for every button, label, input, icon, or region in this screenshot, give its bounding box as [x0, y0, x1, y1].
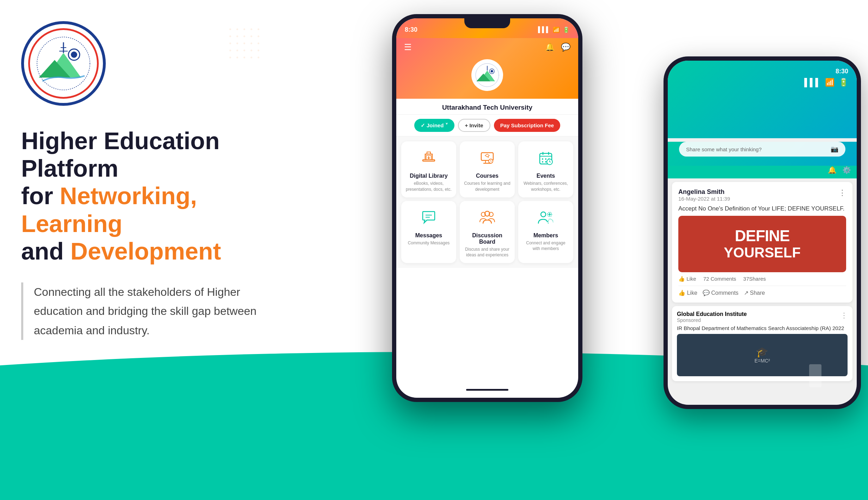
invite-button[interactable]: + Invite: [458, 119, 490, 132]
app-features-grid: Digital Library eBooks, videos, presenta…: [396, 136, 578, 268]
post-stats: 👍 Like 72 Comments 37Shares: [678, 276, 846, 282]
svg-point-44: [541, 212, 546, 217]
yourself-text: YOURSELF: [724, 245, 801, 261]
discussion-title: Discussion Board: [463, 232, 511, 245]
svg-marker-23: [485, 154, 489, 157]
phone-back-screen: 8:30 ▌▌▌ 📶 🔋 Share some what your thinki…: [668, 61, 857, 405]
svg-rect-18: [423, 160, 435, 161]
settings-icon-back[interactable]: ⚙️: [842, 166, 851, 174]
phone-back-status-time: 8:30: [836, 68, 848, 75]
post-actions[interactable]: 👍 Like 💬 Comments ↗ Share: [678, 286, 846, 296]
phone-back-header: 8:30 ▌▌▌ 📶 🔋: [668, 61, 857, 138]
phones-area: 8:30 ▌▌▌ 📶 🔋 Share some what your thinki…: [322, 14, 868, 487]
digital-library-desc: eBooks, videos, presentations, docs, etc…: [405, 181, 453, 193]
svg-point-35: [545, 161, 546, 163]
phone-front-screen: 8:30 ▌▌▌ 📶 🔋 ☰ 🔔 💬: [396, 18, 578, 398]
events-icon: [537, 149, 555, 169]
sponsored-content: IR Bhopal Department of Mathematics Sear…: [677, 325, 848, 331]
front-wifi-icon: 📶: [553, 26, 560, 33]
courses-icon: [478, 149, 496, 169]
grid-card-members[interactable]: Members Connect and engage with members: [518, 201, 573, 263]
headline-accent2: Development: [71, 238, 221, 264]
university-name-bar: Uttarakhand Tech University: [396, 99, 578, 115]
front-battery-icon: 🔋: [563, 26, 570, 33]
phone-back-status-icons: ▌▌▌ 📶 🔋: [804, 78, 848, 87]
front-status-time: 8:30: [405, 26, 417, 33]
post-date: 16-May-2022 at 11:39: [678, 196, 730, 202]
shares-count: 37Shares: [743, 276, 766, 282]
logo-container: [21, 21, 286, 106]
pay-subscription-button[interactable]: Pay Subscription Fee: [494, 119, 561, 132]
sponsored-image: 🎓 E=MC²: [677, 334, 848, 376]
sponsored-more-icon[interactable]: ⋮: [841, 311, 848, 323]
members-title: Members: [533, 232, 558, 239]
joined-button[interactable]: ✓ Joined ˅: [414, 119, 454, 132]
join-buttons-bar: ✓ Joined ˅ + Invite Pay Subscription Fee: [396, 115, 578, 136]
university-logo: [21, 21, 106, 106]
phone-back: 8:30 ▌▌▌ 📶 🔋 Share some what your thinki…: [664, 56, 861, 409]
signal-icon: ▌▌▌: [804, 78, 821, 87]
main-headline: Higher Education Platform for Networking…: [21, 127, 286, 265]
notification-icon-front[interactable]: 🔔: [545, 43, 555, 52]
wifi-icon: 📶: [825, 78, 835, 87]
sponsored-org: Global Education Institute: [677, 311, 747, 317]
courses-title: Courses: [476, 173, 499, 179]
messages-desc: Community Messages: [408, 240, 450, 246]
discussion-desc: Discuss and share your ideas and experie…: [463, 246, 511, 258]
sponsored-card: Global Education Institute Sponsored ⋮ I…: [672, 306, 852, 381]
svg-rect-1: [14, 386, 56, 428]
messages-title: Messages: [415, 232, 442, 239]
front-signal-icon: ▌▌▌: [538, 26, 550, 33]
university-name-text: Uttarakhand Tech University: [442, 104, 532, 111]
phone-notch: [464, 18, 510, 28]
grid-card-courses[interactable]: Courses Courses for learning and develop…: [460, 141, 515, 197]
search-placeholder: Share some what your thinking?: [686, 146, 762, 152]
headline-for: for: [21, 182, 60, 209]
svg-line-38: [550, 162, 551, 162]
grid-card-discussion[interactable]: Discussion Board Discuss and share your …: [460, 201, 515, 263]
headline-line3: and Development: [21, 237, 286, 265]
post-card: Angelina Smith 16-May-2022 at 11:39 ⋮ Ac…: [672, 182, 852, 303]
headline-line1: Higher Education Platform: [21, 127, 286, 182]
like-count: 👍 Like: [678, 276, 696, 282]
discussion-icon: [478, 209, 496, 229]
grid-card-events[interactable]: Events Webinars, conferences, workshops,…: [518, 141, 573, 197]
define-text: DEFINE: [724, 227, 801, 245]
messenger-icon-front[interactable]: 💬: [561, 43, 570, 52]
headline-line2: for Networking, Learning: [21, 182, 286, 237]
svg-line-26: [491, 161, 491, 161]
post-more-icon[interactable]: ⋮: [838, 188, 846, 197]
digital-library-title: Digital Library: [410, 173, 448, 179]
camera-icon: 📷: [831, 145, 838, 153]
phone-front: 8:30 ▌▌▌ 📶 🔋 ☰ 🔔 💬: [392, 14, 582, 402]
members-icon: [537, 209, 555, 229]
front-status-icons: ▌▌▌ 📶 🔋: [538, 26, 570, 33]
post-title: Accept No One's Definition of Your LIFE;…: [678, 205, 846, 213]
messages-icon: [420, 209, 438, 229]
battery-icon: 🔋: [839, 78, 848, 87]
search-bar[interactable]: Share some what your thinking? 📷: [679, 142, 845, 157]
grid-card-digital-library[interactable]: Digital Library eBooks, videos, presenta…: [401, 141, 456, 197]
svg-point-31: [542, 158, 543, 160]
share-action[interactable]: ↗ Share: [744, 289, 765, 296]
dots-decoration-1: [14, 386, 56, 429]
events-title: Events: [537, 173, 555, 179]
like-action[interactable]: 👍 Like: [678, 289, 697, 296]
comments-count: 72 Comments: [703, 276, 736, 282]
notification-icon-back[interactable]: 🔔: [828, 166, 837, 174]
svg-point-10: [71, 51, 77, 58]
events-desc: Webinars, conferences, workshops, etc.: [522, 181, 570, 193]
subtext-block: Connecting all the stakeholders of Highe…: [21, 282, 286, 340]
home-indicator: [466, 389, 508, 391]
courses-desc: Courses for learning and development: [463, 181, 511, 193]
post-user-name: Angelina Smith: [678, 188, 730, 196]
svg-point-16: [491, 70, 493, 73]
digital-library-icon: [420, 149, 438, 169]
comment-action[interactable]: 💬 Comments: [703, 289, 739, 296]
svg-point-34: [542, 161, 543, 163]
app-header-icons: 🔔 💬: [545, 43, 570, 52]
grid-card-messages[interactable]: Messages Community Messages: [401, 201, 456, 263]
hamburger-menu[interactable]: ☰: [404, 42, 412, 52]
headline-and: and: [21, 238, 71, 264]
svg-point-32: [545, 158, 546, 160]
